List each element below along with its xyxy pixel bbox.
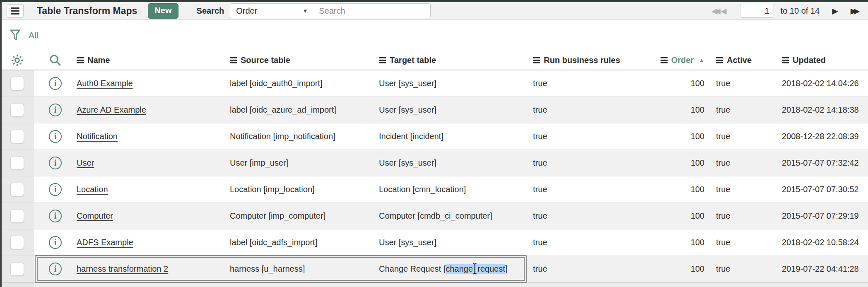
cell-order[interactable]: 100 [646,256,704,282]
record-link[interactable]: harness transformation 2 [77,264,168,274]
cell-run[interactable]: true [533,150,646,176]
cell-target-table[interactable]: Location [cmn_location] [379,176,533,203]
column-header-updated[interactable]: Updated [769,51,868,70]
record-link[interactable]: Auth0 Example [77,79,133,88]
new-button[interactable]: New [148,3,178,19]
column-header-source[interactable]: Source table [230,51,379,70]
info-icon[interactable]: i [49,210,62,222]
i-beam-cursor-icon [472,263,478,277]
column-header-name[interactable]: Name [77,51,230,70]
table-row: iComputerComputer [imp_computer]Computer… [0,203,868,229]
filter-funnel-icon[interactable] [9,29,22,42]
gear-icon[interactable] [10,53,24,68]
column-header-order[interactable]: Order▲ [646,51,704,70]
page-number-input[interactable] [740,4,774,18]
row-checkbox[interactable] [10,77,24,90]
record-link[interactable]: ADFS Example [77,238,133,247]
cell-run[interactable]: true [533,123,646,150]
last-page-button[interactable]: ▶▶ [851,6,857,16]
cell-run[interactable]: true [533,203,646,229]
search-icon[interactable] [48,53,62,67]
column-header-label: Source table [241,55,290,65]
cell-active[interactable]: true [704,97,769,123]
cell-order[interactable]: 100 [646,229,704,256]
row-checkbox[interactable] [10,236,24,249]
cell-source-table[interactable]: harness [u_harness] [230,256,379,282]
column-header-label: Order [671,55,694,65]
cell-active[interactable]: true [704,176,769,203]
cell-active[interactable]: true [704,203,769,229]
cell-source-table[interactable]: Location [imp_location] [230,176,379,203]
row-checkbox[interactable] [10,103,24,117]
cell-updated[interactable]: 2008-12-28 22:08:39 [769,123,868,150]
cell-order[interactable]: 100 [646,97,704,123]
cell-source-table[interactable]: Notification [imp_notification] [230,123,379,150]
record-link[interactable]: User [77,158,94,168]
cell-source-table[interactable]: User [imp_user] [230,150,379,176]
cell-target-table[interactable]: User [sys_user] [379,70,533,96]
column-header-active[interactable]: Active [704,51,769,70]
row-checkbox[interactable] [10,262,24,276]
cell-active[interactable]: true [704,256,769,282]
cell-updated[interactable]: 2018-02-02 14:04:26 [769,70,868,96]
cell-source-table[interactable]: Computer [imp_computer] [230,203,379,229]
cell-run[interactable]: true [533,176,646,203]
cell-source-table[interactable]: label [oidc_auth0_import] [230,70,379,96]
cell-active[interactable]: true [704,150,769,176]
previous-page-button[interactable]: ◀ [721,6,727,16]
info-icon[interactable]: i [49,236,62,249]
row-checkbox[interactable] [10,130,24,143]
cell-active[interactable]: true [704,229,769,256]
record-link[interactable]: Notification [77,132,118,141]
info-icon[interactable]: i [49,183,62,196]
column-header-run[interactable]: Run business rules [533,51,646,70]
cell-run[interactable]: true [533,256,646,282]
search-field-select[interactable]: Order ▼ [230,4,313,18]
info-icon[interactable]: i [49,77,62,90]
column-menu-icon [533,57,540,58]
list-context-menu-button[interactable] [7,4,24,18]
cell-target-table[interactable]: User [sys_user] [379,150,533,176]
cell-run[interactable]: true [533,70,646,96]
cell-source-table[interactable]: label [oidc_azure_ad_import] [230,97,379,123]
record-link[interactable]: Azure AD Example [77,105,146,115]
row-checkbox[interactable] [10,156,24,170]
cell-source-table[interactable]: label [oidc_adfs_import] [230,229,379,256]
row-checkbox[interactable] [10,209,24,223]
cell-target-table[interactable]: User [sys_user] [379,229,533,256]
cell-updated[interactable]: 2015-07-07 07:29:19 [769,203,868,229]
cell-target-table[interactable]: User [sys_user] [379,97,533,123]
cell-order[interactable]: 100 [646,150,704,176]
list-header-bar: Table Transform Maps New Search Order ▼ … [0,2,868,20]
cell-updated[interactable]: 2015-07-07 07:32:42 [769,150,868,176]
cell-order[interactable]: 100 [646,123,704,150]
cell-run[interactable]: true [533,229,646,256]
info-icon[interactable]: i [49,104,62,116]
column-header-label: Updated [793,55,826,65]
info-icon[interactable]: i [49,157,62,169]
cell-target-table[interactable]: Computer [cmdb_ci_computer] [379,203,533,229]
column-menu-icon [716,57,723,58]
cell-updated[interactable]: 2018-02-02 14:18:38 [769,97,868,123]
cell-active[interactable]: true [704,70,769,96]
cell-updated[interactable]: 2019-07-22 04:41:28 [769,256,868,282]
record-link[interactable]: Computer [77,211,113,221]
search-input[interactable] [313,4,430,18]
cell-updated[interactable]: 2015-07-07 07:30:52 [769,176,868,203]
info-icon[interactable]: i [49,263,62,275]
next-page-button[interactable]: ▶ [832,6,838,16]
cell-active[interactable]: true [704,123,769,150]
cell-target-table[interactable]: Incident [incident] [379,123,533,150]
cell-order[interactable]: 100 [646,70,704,96]
column-header-target[interactable]: Target table [379,51,533,70]
row-checkbox[interactable] [10,183,24,196]
record-link[interactable]: Location [77,185,108,194]
info-icon[interactable]: i [49,130,62,143]
cell-order[interactable]: 100 [646,176,704,203]
cell-target-table[interactable]: Change Request [change_request] [379,256,533,282]
first-page-button[interactable]: ◀◀ [711,6,718,16]
cell-order[interactable]: 100 [646,203,704,229]
breadcrumb-all[interactable]: All [29,30,38,40]
cell-run[interactable]: true [533,97,646,123]
cell-updated[interactable]: 2018-02-02 10:58:24 [769,229,868,256]
